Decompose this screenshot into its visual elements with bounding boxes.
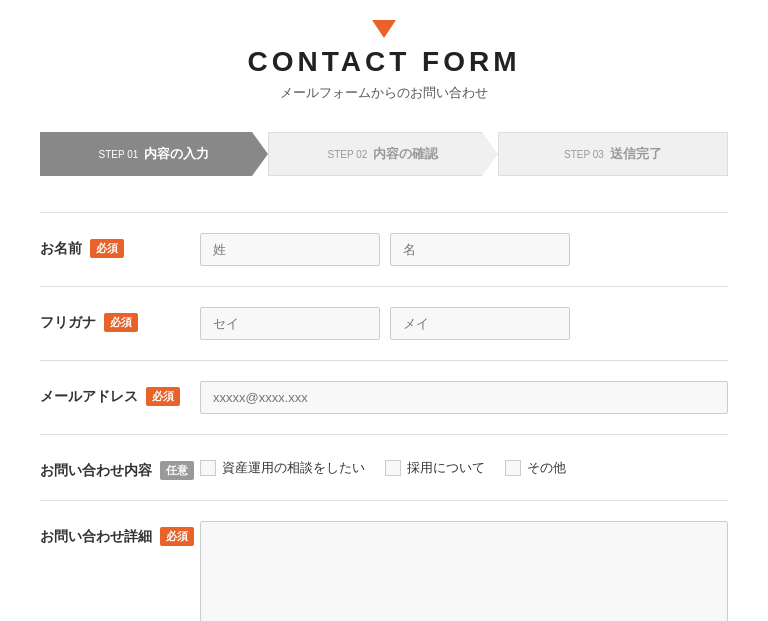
email-label: メールアドレス bbox=[40, 388, 138, 406]
inquiry-type-label-col: お問い合わせ内容 任意 bbox=[40, 455, 200, 480]
inquiry-type-fields: 資産運用の相談をしたい 採用について その他 bbox=[200, 455, 728, 477]
inquiry-detail-row: お問い合わせ詳細 必須 bbox=[40, 501, 728, 621]
inquiry-detail-badge: 必須 bbox=[160, 527, 194, 546]
email-label-col: メールアドレス 必須 bbox=[40, 381, 200, 406]
checkbox-item-hiring[interactable]: 採用について bbox=[385, 459, 485, 477]
inquiry-type-row: お問い合わせ内容 任意 資産運用の相談をしたい 採用について その他 bbox=[40, 435, 728, 501]
step-3[interactable]: STEP 03 送信完了 bbox=[498, 132, 728, 176]
email-fields bbox=[200, 381, 728, 414]
email-input[interactable] bbox=[200, 381, 728, 414]
furigana-label: フリガナ bbox=[40, 314, 96, 332]
last-name-input[interactable] bbox=[200, 233, 380, 266]
step-1[interactable]: STEP 01 内容の入力 bbox=[40, 132, 268, 176]
name-row: お名前 必須 bbox=[40, 213, 728, 287]
step-1-label: 内容の入力 bbox=[144, 145, 209, 163]
furigana-row: フリガナ 必須 bbox=[40, 287, 728, 361]
name-badge: 必須 bbox=[90, 239, 124, 258]
step-3-num: STEP 03 bbox=[564, 149, 604, 160]
checkbox-label-other: その他 bbox=[527, 459, 566, 477]
contact-form: お名前 必須 フリガナ 必須 bbox=[40, 212, 728, 621]
last-kana-input[interactable] bbox=[200, 307, 380, 340]
page-header: CONTACT FORM メールフォームからのお問い合わせ bbox=[40, 20, 728, 102]
first-kana-input[interactable] bbox=[390, 307, 570, 340]
checkbox-item-asset[interactable]: 資産運用の相談をしたい bbox=[200, 459, 365, 477]
step-2-num: STEP 02 bbox=[328, 149, 368, 160]
name-label-col: お名前 必須 bbox=[40, 233, 200, 258]
checkbox-label-asset: 資産運用の相談をしたい bbox=[222, 459, 365, 477]
inquiry-type-badge: 任意 bbox=[160, 461, 194, 480]
furigana-label-col: フリガナ 必須 bbox=[40, 307, 200, 332]
furigana-fields bbox=[200, 307, 728, 340]
inquiry-detail-textarea[interactable] bbox=[200, 521, 728, 621]
furigana-inputs-row bbox=[200, 307, 728, 340]
inquiry-detail-fields bbox=[200, 521, 728, 621]
accent-arrow-icon bbox=[372, 20, 396, 38]
inquiry-type-label: お問い合わせ内容 bbox=[40, 462, 152, 480]
name-fields bbox=[200, 233, 728, 266]
step-1-num: STEP 01 bbox=[99, 149, 139, 160]
step-2-label: 内容の確認 bbox=[373, 145, 438, 163]
name-label: お名前 bbox=[40, 240, 82, 258]
furigana-badge: 必須 bbox=[104, 313, 138, 332]
page-title: CONTACT FORM bbox=[40, 46, 728, 78]
email-row: メールアドレス 必須 bbox=[40, 361, 728, 435]
checkbox-item-other[interactable]: その他 bbox=[505, 459, 566, 477]
checkbox-group: 資産運用の相談をしたい 採用について その他 bbox=[200, 455, 728, 477]
checkbox-box-hiring bbox=[385, 460, 401, 476]
checkbox-box-other bbox=[505, 460, 521, 476]
step-3-label: 送信完了 bbox=[610, 145, 662, 163]
email-badge: 必須 bbox=[146, 387, 180, 406]
checkbox-box-asset bbox=[200, 460, 216, 476]
inquiry-detail-label-col: お問い合わせ詳細 必須 bbox=[40, 521, 200, 546]
checkbox-label-hiring: 採用について bbox=[407, 459, 485, 477]
step-2[interactable]: STEP 02 内容の確認 bbox=[268, 132, 498, 176]
name-inputs-row bbox=[200, 233, 728, 266]
inquiry-detail-label: お問い合わせ詳細 bbox=[40, 528, 152, 546]
page-subtitle: メールフォームからのお問い合わせ bbox=[40, 84, 728, 102]
steps-nav: STEP 01 内容の入力 STEP 02 内容の確認 STEP 03 送信完了 bbox=[40, 132, 728, 176]
first-name-input[interactable] bbox=[390, 233, 570, 266]
